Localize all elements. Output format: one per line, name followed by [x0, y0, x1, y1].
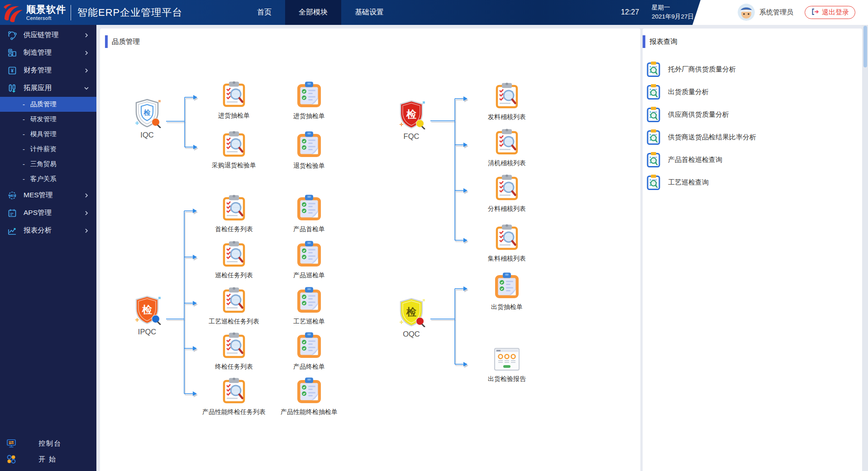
clipboard-magnifier-icon [222, 377, 246, 406]
report-window-icon [494, 347, 520, 373]
aps-icon [7, 208, 19, 219]
svg-text:¥: ¥ [11, 68, 14, 73]
sidebar-item-manufacturing[interactable]: 制造管理 [0, 44, 96, 62]
avatar[interactable] [738, 4, 755, 21]
clipboard-magnifier-icon [495, 128, 519, 157]
dash-prefix: - [23, 101, 25, 108]
sidebar-item-label: APS管理 [24, 208, 52, 218]
flow-node[interactable]: 集料稽核列表 [462, 224, 552, 262]
sidebar-subitem-piecework-salary[interactable]: -计件薪资 [0, 142, 96, 157]
flow-node-label: 终检任务列表 [215, 363, 253, 371]
nav-item-basic-settings[interactable]: 基础设置 [341, 0, 397, 25]
report-clipboard-icon [646, 129, 662, 145]
sidebar-subitem-customer-relations[interactable]: -客户关系 [0, 171, 96, 186]
clock-time: 12:27 [621, 8, 639, 16]
report-item-label: 工艺巡检查询 [668, 178, 709, 187]
dash-prefix: - [23, 176, 25, 183]
sidebar-item-label: 供应链管理 [24, 30, 59, 40]
flow-node-label: 产品巡检单 [293, 271, 325, 279]
app-topbar: 顺景软件 Centersoft 智能ERP企业管理平台 首页全部模块基础设置 1… [0, 0, 868, 25]
nav-item-all-modules[interactable]: 全部模块 [285, 0, 341, 25]
flow-node[interactable]: 产品终检单 [264, 332, 354, 371]
svg-text:检: 检 [143, 109, 151, 116]
flow-node-label: 进货抽检单 [218, 112, 250, 119]
report-item[interactable]: 工艺巡检查询 [643, 171, 862, 194]
report-item[interactable]: 出货质量分析 [643, 81, 862, 103]
nav-item-home[interactable]: 首页 [243, 0, 285, 25]
clipboard-magnifier-icon [495, 82, 519, 111]
flow-node[interactable]: 出货抽检单 [462, 272, 552, 311]
page-title-bar: 品质管理 [100, 29, 640, 48]
sidebar-footer-start[interactable]: 开 始 [0, 452, 96, 466]
flow-node[interactable]: 产品性能终检抽检单 [264, 377, 354, 416]
mes-icon: MES [7, 190, 19, 201]
scrollbar-track[interactable] [862, 25, 868, 471]
flow-node-label: 出货检验报告 [488, 375, 526, 383]
report-analysis-icon [7, 225, 19, 236]
flow-node-label: 工艺巡检任务列表 [209, 318, 259, 325]
clipboard-check-icon [494, 272, 520, 301]
flow-shield-label: FQC [404, 132, 420, 141]
brand-text: 顺景软件 Centersoft [26, 5, 66, 21]
shield-check-icon: 检 [133, 295, 162, 327]
sidebar-subitem-rnd-management[interactable]: -研发管理 [0, 112, 96, 127]
sidebar-item-label: 财务管理 [24, 66, 52, 75]
flow-node[interactable]: 分料稽核列表 [462, 174, 552, 213]
flow-node[interactable]: 出货检验报告 [462, 347, 552, 383]
sidebar-item-extension[interactable]: 拓展应用 [0, 79, 96, 97]
flow-node-label: 采购退货检验单 [212, 162, 256, 169]
user-name: 系统管理员 [759, 0, 793, 25]
report-item[interactable]: 产品首检巡检查询 [643, 148, 862, 171]
sidebar-footer: 控制台开 始 [0, 434, 96, 468]
flow-node-label: 进货抽检单 [293, 112, 325, 120]
logout-button[interactable]: 退出登录 [805, 6, 855, 19]
chevron-down-icon [83, 85, 90, 91]
brand: 顺景软件 Centersoft 智能ERP企业管理平台 [3, 0, 182, 25]
sidebar-menu: 供应链管理制造管理¥财务管理拓展应用-品质管理-研发管理-模具管理-计件薪资-三… [0, 25, 96, 239]
dash-prefix: - [23, 146, 25, 153]
flow-node[interactable]: 产品首检单 [264, 194, 354, 233]
sidebar-item-aps[interactable]: APS管理 [0, 204, 96, 222]
report-item-label: 出货质量分析 [668, 88, 709, 96]
clipboard-magnifier-icon [222, 240, 246, 269]
flow-node[interactable]: 退货检验单 [264, 131, 354, 170]
finance-icon: ¥ [7, 65, 19, 76]
sidebar-subitem-mold-management[interactable]: -模具管理 [0, 127, 96, 142]
flow-node[interactable]: 产品巡检单 [264, 240, 354, 279]
clock-weekday: 星期一 [652, 3, 694, 12]
logout-icon [811, 8, 819, 17]
brand-logo-icon [3, 2, 24, 23]
flow-node-label: 发料稽核列表 [488, 113, 526, 121]
dash-prefix: - [23, 161, 25, 168]
clipboard-check-icon [296, 377, 322, 406]
sidebar-item-label: 拓展应用 [24, 83, 52, 93]
report-item[interactable]: 托外厂商供货质量分析 [643, 58, 862, 81]
sidebar-subitem-triangle-trade[interactable]: -三角贸易 [0, 157, 96, 171]
clipboard-magnifier-icon [495, 174, 519, 203]
shield-check-icon: 检 [133, 98, 162, 130]
sidebar-item-mes[interactable]: MESMES管理 [0, 186, 96, 204]
brand-name: 顺景软件 [26, 5, 66, 14]
sidebar-item-report-analysis[interactable]: 报表分析 [0, 222, 96, 239]
scrollbar-thumb[interactable] [863, 26, 867, 67]
clipboard-check-icon [296, 332, 322, 361]
sidebar-subitem-quality-management[interactable]: -品质管理 [0, 97, 96, 112]
sidebar-item-supply-chain[interactable]: 供应链管理 [0, 26, 96, 44]
clipboard-check-icon [296, 240, 322, 269]
sidebar-item-finance[interactable]: ¥财务管理 [0, 62, 96, 79]
svg-text:检: 检 [406, 109, 417, 120]
flow-node-label: 产品首检单 [293, 225, 325, 233]
sidebar-subitem-label: 计件薪资 [30, 145, 57, 153]
flow-node[interactable]: 进货抽检单 [264, 81, 354, 120]
flow-node[interactable]: 发料稽核列表 [462, 82, 552, 121]
sidebar-footer-console[interactable]: 控制台 [0, 437, 96, 450]
reports-panel: 报表查询 托外厂商供货质量分析出货质量分析供应商供货质量分析供货商送货品检结果比… [643, 29, 862, 471]
report-item[interactable]: 供应商供货质量分析 [643, 103, 862, 126]
report-item[interactable]: 供货商送货品检结果比率分析 [643, 126, 862, 148]
start-icon [6, 454, 19, 465]
app-title: 智能ERP企业管理平台 [77, 6, 182, 19]
sidebar-footer-label: 控制台 [38, 439, 62, 448]
app-root: 顺景软件 Centersoft 智能ERP企业管理平台 首页全部模块基础设置 1… [0, 0, 868, 471]
flow-node[interactable]: 清机稽核列表 [462, 128, 552, 167]
flow-node[interactable]: 工艺巡检单 [264, 286, 354, 325]
